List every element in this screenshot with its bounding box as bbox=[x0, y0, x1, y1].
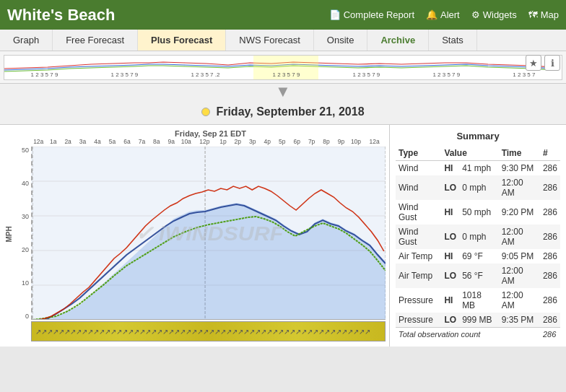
date-text: Friday, September 21, 2018 bbox=[216, 105, 364, 118]
timeline-arrow: ▼ bbox=[0, 84, 566, 100]
time-label: 1a bbox=[45, 138, 60, 145]
summary-value: 50 mph bbox=[459, 200, 499, 225]
col-time: Time bbox=[499, 146, 540, 161]
summary-hilo: HI bbox=[441, 161, 459, 176]
time-label: 5p bbox=[274, 138, 289, 145]
summary-type: Wind Gust bbox=[396, 225, 441, 249]
time-label: 9a bbox=[164, 138, 178, 145]
nav-item-nws-forecast[interactable]: NWS Forecast bbox=[226, 30, 314, 51]
nav-bar: Graph Free Forecast Plus Forecast NWS Fo… bbox=[0, 30, 566, 51]
chart-svg: ✓ iWINDSURF bbox=[32, 147, 386, 320]
summary-count: 286 bbox=[540, 249, 560, 263]
nav-item-archive[interactable]: Archive bbox=[367, 30, 429, 51]
summary-type: Pressure bbox=[396, 313, 441, 328]
document-icon: 📄 bbox=[329, 9, 341, 20]
alert-link[interactable]: 🔔 Alert bbox=[426, 9, 460, 20]
summary-hilo: LO bbox=[441, 225, 459, 249]
chart-time-header: Friday, Sep 21 EDT bbox=[14, 126, 386, 138]
summary-hilo: HI bbox=[441, 249, 459, 263]
y-label-40: 40 bbox=[22, 180, 29, 187]
chart-inner: Friday, Sep 21 EDT 12a 1a 2a 3a 4a 5a 6a… bbox=[14, 126, 386, 341]
y-axis-label: MPH bbox=[5, 226, 13, 242]
summary-hilo: HI bbox=[441, 288, 459, 313]
time-label: 1p bbox=[216, 138, 230, 145]
summary-count: 286 bbox=[540, 161, 560, 176]
time-label: 7p bbox=[304, 138, 318, 145]
favorite-button[interactable]: ★ bbox=[526, 55, 541, 71]
summary-hilo: LO bbox=[441, 313, 459, 328]
timeline-inner[interactable]: 1 2 3 5 7 91 2 3 5 7 91 2 3 5 7 .21 2 3 … bbox=[4, 55, 562, 80]
time-label: 7a bbox=[134, 138, 149, 145]
chart-body: 50 40 30 20 10 0 bbox=[14, 147, 386, 320]
time-label: 10p bbox=[349, 138, 363, 145]
summary-count: 286 bbox=[540, 263, 560, 288]
nav-item-free-forecast[interactable]: Free Forecast bbox=[53, 30, 138, 51]
summary-type: Wind Gust bbox=[396, 200, 441, 225]
time-label: 9p bbox=[334, 138, 348, 145]
time-label: 8a bbox=[149, 138, 164, 145]
gear-icon: ⚙ bbox=[471, 9, 480, 20]
site-header: White's Beach 📄 Complete Report 🔔 Alert … bbox=[0, 0, 566, 30]
y-label-30: 30 bbox=[22, 213, 29, 220]
summary-type: Air Temp bbox=[396, 263, 441, 288]
time-label: 3p bbox=[245, 138, 260, 145]
nav-item-onsite[interactable]: Onsite bbox=[314, 30, 368, 51]
nav-item-plus-forecast[interactable]: Plus Forecast bbox=[138, 30, 226, 51]
y-label-50: 50 bbox=[22, 147, 29, 154]
date-dot bbox=[201, 108, 210, 116]
summary-value: 56 °F bbox=[459, 263, 499, 288]
chart-svg-area: ✓ iWINDSURF bbox=[31, 147, 386, 320]
strip-buttons: ★ ℹ bbox=[526, 55, 560, 71]
summary-hilo: LO bbox=[441, 175, 459, 200]
time-label: 3a bbox=[75, 138, 90, 145]
chart-area: MPH Friday, Sep 21 EDT 12a 1a 2a 3a 4a 5… bbox=[0, 125, 389, 347]
summary-count: 286 bbox=[540, 200, 560, 225]
time-label: 2a bbox=[61, 138, 75, 145]
col-type: Type bbox=[396, 146, 441, 161]
wind-dir-arrows: ↗↗↗↗↗↗↗↗↗↗↗↗↗↗↗↗↗↗↗↗↗↗↗↗↗↗↗↗↗↗↗↗↗↗↗↗↗↗↗↗… bbox=[32, 321, 385, 341]
summary-value: 1018 MB bbox=[459, 288, 499, 313]
summary-count: 286 bbox=[540, 313, 560, 328]
summary-type: Air Temp bbox=[396, 249, 441, 263]
summary-value: 0 mph bbox=[459, 175, 499, 200]
time-label: 6a bbox=[120, 138, 134, 145]
total-value: 286 bbox=[540, 328, 560, 341]
summary-value: 999 MB bbox=[459, 313, 499, 328]
summary-count: 286 bbox=[540, 288, 560, 313]
widgets-link[interactable]: ⚙ Widgets bbox=[471, 9, 517, 20]
timeline-strip: 1 2 3 5 7 91 2 3 5 7 91 2 3 5 7 .21 2 3 … bbox=[0, 51, 566, 84]
chart-wrapper: MPH Friday, Sep 21 EDT 12a 1a 2a 3a 4a 5… bbox=[0, 125, 389, 341]
time-label: 8p bbox=[319, 138, 334, 145]
time-label: 4p bbox=[260, 138, 274, 145]
nav-item-graph[interactable]: Graph bbox=[0, 30, 53, 51]
summary-type: Wind bbox=[396, 161, 441, 176]
info-button[interactable]: ℹ bbox=[544, 55, 560, 71]
summary-type: Pressure bbox=[396, 288, 441, 313]
col-value: Value bbox=[441, 146, 498, 161]
summary-time: 9:05 PM bbox=[499, 249, 540, 263]
summary-count: 286 bbox=[540, 225, 560, 249]
time-label: 6p bbox=[289, 138, 304, 145]
date-header: Friday, September 21, 2018 bbox=[0, 100, 566, 125]
summary-time: 9:30 PM bbox=[499, 161, 540, 176]
time-label: 12a bbox=[363, 138, 386, 145]
summary-value: 69 °F bbox=[459, 249, 499, 263]
nav-item-stats[interactable]: Stats bbox=[429, 30, 477, 51]
col-count: # bbox=[540, 146, 560, 161]
time-label: 12p bbox=[193, 138, 216, 145]
summary-time: 12:00 AM bbox=[499, 263, 540, 288]
map-link[interactable]: 🗺 Map bbox=[528, 9, 559, 20]
summary-time: 9:20 PM bbox=[499, 200, 540, 225]
map-icon: 🗺 bbox=[528, 9, 538, 20]
y-axis-numbers: 50 40 30 20 10 0 bbox=[14, 147, 31, 320]
wind-direction-strip: ↗↗↗↗↗↗↗↗↗↗↗↗↗↗↗↗↗↗↗↗↗↗↗↗↗↗↗↗↗↗↗↗↗↗↗↗↗↗↗↗… bbox=[31, 321, 386, 341]
site-title: White's Beach bbox=[7, 6, 116, 25]
y-label-0: 0 bbox=[25, 313, 29, 320]
header-links: 📄 Complete Report 🔔 Alert ⚙ Widgets 🗺 Ma… bbox=[329, 9, 559, 20]
time-label: 4a bbox=[90, 138, 105, 145]
complete-report-link[interactable]: 📄 Complete Report bbox=[329, 9, 414, 20]
summary-table: Type Value Time # Wind HI 41 mph 9:30 PM… bbox=[396, 146, 560, 341]
total-label: Total observation count bbox=[396, 328, 540, 341]
summary-value: 41 mph bbox=[459, 161, 499, 176]
main-content: MPH Friday, Sep 21 EDT 12a 1a 2a 3a 4a 5… bbox=[0, 125, 566, 347]
